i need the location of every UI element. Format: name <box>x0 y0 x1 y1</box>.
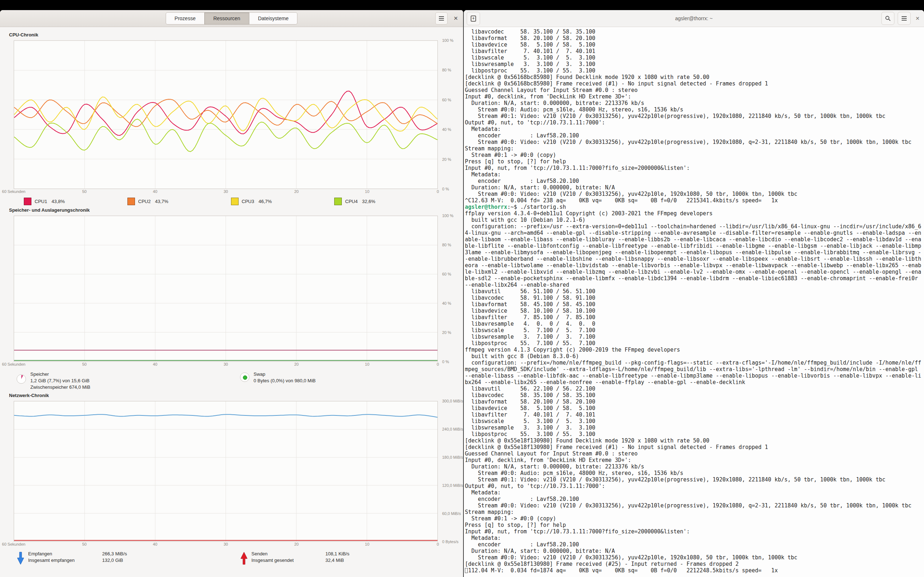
x-tick-label: 50 <box>82 189 87 193</box>
x-tick-label: 20 <box>294 542 299 546</box>
new-tab-button[interactable] <box>467 12 480 25</box>
receive-rate: 266,3 MiB/s <box>102 551 127 557</box>
y-tick-label: 240,0 MiB/s <box>442 427 463 431</box>
terminal-line: Input #0, decklink, from 'DeckLink HD Ex… <box>465 93 924 100</box>
terminal-line: [decklink @ 0x55e18f130980] Frame receiv… <box>465 444 924 450</box>
x-tick-label: 30 <box>223 542 228 546</box>
terminal-line: Guessed Channel Layout for Input Stream … <box>465 87 924 93</box>
terminal-line: Duration: N/A, start: 0.000000, bitrate:… <box>465 100 924 106</box>
tab-dateisysteme[interactable]: Dateisysteme <box>249 12 298 24</box>
terminal-menu-button[interactable] <box>898 12 911 25</box>
receive-total: 132,0 GiB <box>102 557 127 564</box>
terminal-line: libswresample 3. 3.100 / 3. 3.100 <box>465 424 924 431</box>
cpu-section: CPU-Chronik 100 %80 %60 %40 %20 %0 % 60 … <box>0 32 463 205</box>
memory-usage: 1,2 GiB (7,7%) von 15,6 GiB <box>30 377 90 384</box>
terminal-line: libavdevice 58. 10.100 / 58. 10.100 <box>465 308 924 314</box>
cpu-legend-item-4[interactable]: CPU432,6% <box>334 198 438 205</box>
terminal-line: libavfilter 7. 85.100 / 7. 85.100 <box>465 314 924 321</box>
terminal-line: Stream #0:1 -> #0:0 (copy) <box>465 152 924 158</box>
terminal-line: -enable-librubberband --enable-libshine … <box>465 256 924 262</box>
terminal-line: ble-sdl2 --enable-pocketsphinx --enable-… <box>465 275 924 282</box>
terminal-line: 3lame --enable-libmysofa --enable-libope… <box>465 249 924 256</box>
network-legend: Empfangen 266,3 MiB/s Insgesamt empfange… <box>16 551 463 565</box>
send-rate: 108,1 KiB/s <box>326 551 350 557</box>
y-tick-label: 0 % <box>442 187 449 191</box>
x-tick-label: 50 <box>82 362 87 366</box>
terminal-line: Stream #0:1: Video: v210 (V210 / 0x30313… <box>465 113 924 119</box>
x-tick-label: 60 Sekunden <box>2 542 26 546</box>
terminal-line: Stream #0:0: Video: v210 (V210 / 0x30313… <box>465 554 924 561</box>
y-tick-label: 20 % <box>442 330 451 335</box>
terminal-line: configuration: --prefix=/home/nle/ffmpeg… <box>465 359 924 366</box>
terminal-line: Input #0, nut, from 'tcp://10.73.1.11:70… <box>465 528 924 535</box>
prompt-user-host: agsler@thorrx <box>465 204 507 210</box>
swap-usage: 0 Bytes (0,0%) von 980,0 MiB <box>254 377 316 384</box>
swap-label: Swap <box>254 371 316 377</box>
y-tick-label: 120,0 MiB/s <box>442 483 463 488</box>
terminal-line: Stream #0:0: Audio: pcm_s16le, 48000 Hz,… <box>465 106 924 113</box>
memory-label: Speicher <box>30 371 90 377</box>
cpu-legend-item-3[interactable]: CPU346,7% <box>231 198 334 205</box>
terminal-line: Press [q] to stop, [?] for help <box>465 158 924 165</box>
close-window-button[interactable]: ✕ <box>453 15 458 22</box>
terminal-line: built with gcc 10 (Debian 10.2.1-6) <box>465 217 924 223</box>
terminal-line: encoder : Lavf58.20.100 <box>465 132 924 139</box>
terminal-line: [decklink @ 0x56168bc85980] Found Deckli… <box>465 74 924 81</box>
y-tick-label: 0 % <box>442 359 449 364</box>
memory-y-axis: 100 %80 %60 %40 %20 %0 % <box>442 216 464 362</box>
cpu-name: CPU1 <box>35 199 47 204</box>
hamburger-menu-button[interactable] <box>435 12 447 24</box>
send-total-label: Insgesamt gesendet <box>252 557 326 564</box>
cpu-legend-item-1[interactable]: CPU143,8% <box>24 198 128 205</box>
y-tick-label: 60 % <box>442 98 451 102</box>
memory-legend-item: Speicher 1,2 GiB (7,7%) von 15,6 GiB Zwi… <box>16 371 240 390</box>
cpu-color-swatch[interactable] <box>24 198 31 205</box>
terminal-line: Stream #0:1 -> #0:0 (copy) <box>465 515 924 522</box>
network-y-axis: 300,0 MiB/s240,0 MiB/s180,0 MiB/s120,0 M… <box>442 401 464 542</box>
search-icon <box>885 16 891 21</box>
cpu-name: CPU3 <box>242 199 254 204</box>
tab-prozesse[interactable]: Prozesse <box>166 12 205 24</box>
terminal-line: Stream #0:1: Video: v210 (V210 / 0x30313… <box>465 476 924 483</box>
x-tick-label: 60 Sekunden <box>2 362 26 366</box>
terminal-line: encoder : Lavf58.20.100 <box>465 496 924 502</box>
cpu-color-swatch[interactable] <box>128 198 135 205</box>
terminal-line: [decklink @ 0x55e18f130980] Found Deckli… <box>465 437 924 444</box>
terminal-line: Duration: N/A, start: 0.000000, bitrate:… <box>465 463 924 470</box>
system-monitor-window: Prozesse Ressourcen Dateisysteme ✕ CPU-C… <box>0 10 464 577</box>
terminal-line: libswscale 5. 3.100 / 5. 3.100 <box>465 418 924 424</box>
x-tick-label: 0 <box>437 362 439 366</box>
cpu-legend-item-2[interactable]: CPU243,7% <box>128 198 231 205</box>
terminal-line: libavfilter 7. 40.101 / 7. 40.101 <box>465 411 924 418</box>
terminal-line: Metadata: <box>465 171 924 178</box>
swap-legend-item: Swap 0 Bytes (0,0%) von 980,0 MiB <box>240 371 464 390</box>
terminal-line: ble-libflite --enable-libfontconfig --en… <box>465 243 924 249</box>
x-tick-label: 0 <box>437 189 439 193</box>
terminal-line: libavformat 58. 20.100 / 58. 20.100 <box>465 35 924 42</box>
send-label: Senden <box>252 551 326 557</box>
terminal-line: Output #0, nut, to 'tcp://10.73.1.11:700… <box>465 483 924 489</box>
terminal-line: 112.04 M-V: 0.034 fd=1874 aq= 0KB vq= 0K… <box>465 567 924 574</box>
tab-ressourcen[interactable]: Ressourcen <box>204 12 249 24</box>
new-tab-icon <box>471 16 476 22</box>
terminal-line: 4-linux-gnu --arch=amd64 --enable-gpl --… <box>465 230 924 236</box>
cpu-color-swatch[interactable] <box>334 198 342 205</box>
terminal-line: libpostproc 55. 3.100 / 55. 3.100 <box>465 68 924 74</box>
search-button[interactable] <box>881 12 894 25</box>
terminal-close-button[interactable]: ✕ <box>915 16 920 21</box>
network-section: Netzwerk-Chronik 300,0 MiB/s240,0 MiB/s1… <box>0 393 463 565</box>
cpu-color-swatch[interactable] <box>231 198 239 205</box>
terminal-line: ffmpeg version 4.1.3 Copyright (c) 2000-… <box>465 347 924 353</box>
terminal-line: libpostproc 55. 3.100 / 55. 3.100 <box>465 431 924 437</box>
terminal-line: libavfilter 7. 40.101 / 7. 40.101 <box>465 48 924 55</box>
y-tick-label: 300,0 MiB/s <box>442 399 463 403</box>
y-tick-label: 60 % <box>442 272 451 276</box>
terminal-line: built with gcc 8 (Debian 8.3.0-6) <box>465 353 924 359</box>
terminal-line: Stream #0:0: Video: v210 (V210 / 0x30313… <box>465 502 924 509</box>
terminal-output[interactable]: libavcodec 58. 35.100 / 58. 35.100 libav… <box>464 27 924 577</box>
cpu-y-axis: 100 %80 %60 %40 %20 %0 % <box>442 40 464 189</box>
terminal-line: le-libxml2 --enable-libxvid --enable-lib… <box>465 269 924 275</box>
terminal-line: ffplay version 4.3.4-0+deb11u1 Copyright… <box>465 210 924 217</box>
memory-legend: Speicher 1,2 GiB (7,7%) von 15,6 GiB Zwi… <box>16 371 463 390</box>
terminal-line: Stream #0:0: Video: v210 (V210 / 0x30313… <box>465 139 924 145</box>
